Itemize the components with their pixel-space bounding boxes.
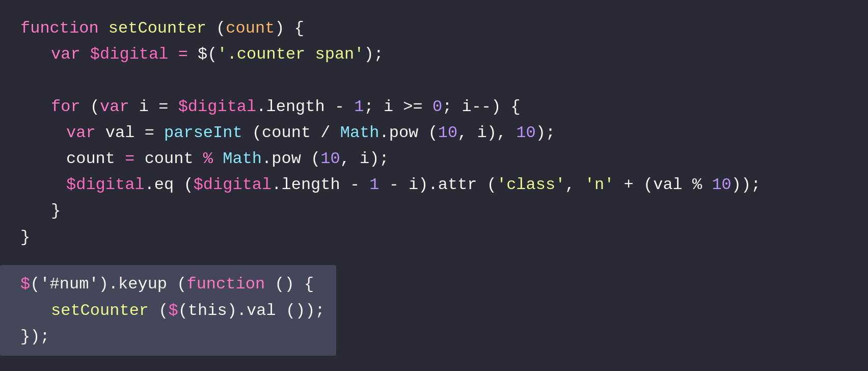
math-ref2: Math bbox=[223, 146, 262, 172]
dot-pow1: .pow ( bbox=[379, 120, 438, 146]
code-line-6: count = count % Math.pow (10, i); bbox=[20, 146, 848, 172]
code-line-3-empty bbox=[20, 67, 848, 93]
space: i = bbox=[129, 94, 178, 120]
dollar-this: $ bbox=[168, 298, 178, 324]
space: (count / bbox=[242, 120, 340, 146]
code-line-4: for (var i = $digital.length - 1; i >= 0… bbox=[20, 94, 848, 120]
comma-space: , bbox=[565, 172, 584, 198]
code-line-2: var $digital = $('.counter span'); bbox=[20, 41, 848, 67]
space bbox=[188, 41, 198, 67]
space: val = bbox=[96, 120, 164, 146]
keyword-var-val: var bbox=[66, 120, 96, 146]
fn-parseint: parseInt bbox=[164, 120, 242, 146]
close-semi: ); bbox=[364, 41, 384, 67]
op-assign-1: = bbox=[178, 41, 188, 67]
space: ( bbox=[80, 94, 100, 120]
keyword-function: function bbox=[20, 15, 99, 41]
num-10a: 10 bbox=[438, 120, 457, 146]
dot-length: .length - bbox=[256, 94, 354, 120]
close-brace-fn: } bbox=[20, 224, 30, 250]
space bbox=[168, 41, 178, 67]
code-line-7: $digital.eq ($digital.length - 1 - i).at… bbox=[20, 172, 848, 198]
num-10b: 10 bbox=[516, 120, 535, 146]
space: ( bbox=[149, 298, 168, 324]
bottom-code-highlight: $('#num').keyup (function () { setCounte… bbox=[0, 265, 336, 356]
paren-open: ( bbox=[216, 15, 226, 41]
keyword-function-2: function bbox=[186, 271, 265, 297]
fn-name-setcounter: setCounter bbox=[108, 15, 206, 41]
code-line-8: } bbox=[20, 198, 848, 224]
num-10c: 10 bbox=[320, 146, 340, 172]
math-ref1: Math bbox=[340, 120, 379, 146]
close-keyup: }); bbox=[20, 324, 50, 350]
paren-close-brace: ) { bbox=[275, 15, 304, 41]
bottom-line-1: $('#num').keyup (function () { bbox=[20, 271, 316, 297]
keyword-var-for: var bbox=[100, 94, 129, 120]
space: () { bbox=[265, 271, 314, 297]
main-code-block: function setCounter (count) { var $digit… bbox=[20, 15, 848, 250]
num-1b: 1 bbox=[369, 172, 379, 198]
minus-i: - i).attr ( bbox=[379, 172, 497, 198]
bottom-line-3: }); bbox=[20, 324, 316, 350]
semi-gte: ; i >= bbox=[364, 94, 432, 120]
num-10d: 10 bbox=[712, 172, 731, 198]
close-brace-for: } bbox=[51, 198, 61, 224]
code-line-5: var val = parseInt (count / Math.pow (10… bbox=[20, 120, 848, 146]
op-percent: % bbox=[203, 146, 213, 172]
var-digital: $digital bbox=[90, 41, 169, 67]
space: count bbox=[134, 146, 203, 172]
num-0: 0 bbox=[432, 94, 442, 120]
close-semi2: ); bbox=[536, 120, 555, 146]
param-count: count bbox=[226, 15, 275, 41]
space bbox=[213, 146, 223, 172]
digital-length-ref1: $digital bbox=[178, 94, 257, 120]
comma-i-semi: , i); bbox=[340, 146, 389, 172]
code-line-9: } bbox=[20, 224, 848, 250]
dot-eq: .eq ( bbox=[145, 172, 194, 198]
str-class: 'class' bbox=[497, 172, 565, 198]
plus-val: + (val % bbox=[614, 172, 712, 198]
close-parens-semi: )); bbox=[731, 172, 761, 198]
string-counter-span: '.counter span' bbox=[217, 41, 364, 67]
dot-pow2: .pow ( bbox=[262, 146, 320, 172]
bottom-line-2: setCounter ($(this).val ()); bbox=[20, 298, 316, 324]
keyword-var-1: var bbox=[51, 41, 80, 67]
space bbox=[80, 41, 90, 67]
num-1a: 1 bbox=[354, 94, 364, 120]
dollar-paren: $( bbox=[198, 41, 217, 67]
this-val: (this).val ()); bbox=[178, 298, 325, 324]
op-eq-2: = bbox=[125, 146, 134, 172]
dollar-sign-num: $ bbox=[20, 271, 30, 297]
comma-i: , i), bbox=[457, 120, 516, 146]
code-container: function setCounter (count) { var $digit… bbox=[0, 0, 868, 371]
code-line-1: function setCounter (count) { bbox=[20, 15, 848, 41]
digital-ref3: $digital bbox=[194, 172, 272, 198]
dot-length2: .length - bbox=[272, 172, 369, 198]
digital-ref2: $digital bbox=[66, 172, 145, 198]
count-ref: count bbox=[66, 146, 125, 172]
keyword-for: for bbox=[51, 94, 80, 120]
semi-idecr-brace: ; i--) { bbox=[442, 94, 521, 120]
fn-call-setcounter: setCounter bbox=[51, 298, 149, 324]
str-n: 'n' bbox=[585, 172, 614, 198]
hash-num-keyup: ('#num').keyup ( bbox=[30, 271, 186, 297]
space bbox=[99, 15, 108, 41]
space bbox=[206, 15, 216, 41]
